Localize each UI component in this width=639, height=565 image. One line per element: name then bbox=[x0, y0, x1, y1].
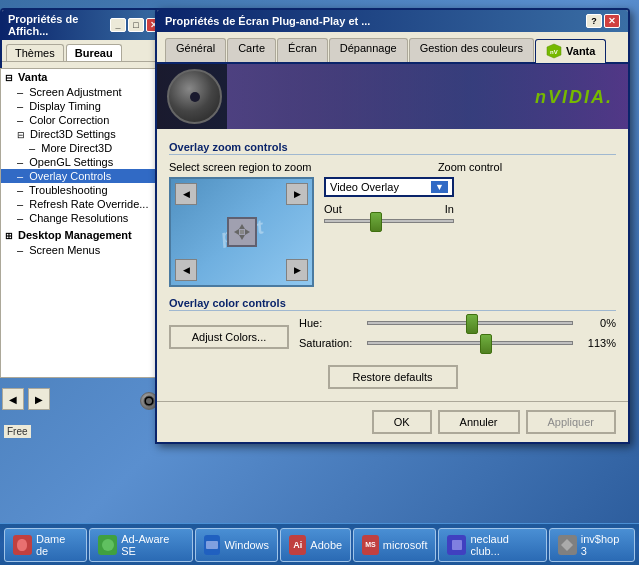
nav-right[interactable]: ▶ bbox=[28, 388, 50, 410]
dialog-close-btn[interactable]: ✕ bbox=[604, 14, 620, 28]
dialog-footer: OK Annuler Appliquer bbox=[157, 401, 628, 442]
dash-icon8: – bbox=[17, 198, 26, 210]
dropdown-arrow[interactable]: ▼ bbox=[431, 181, 448, 193]
tab-depannage[interactable]: Dépannage bbox=[329, 38, 408, 62]
svg-marker-6 bbox=[245, 229, 250, 235]
tree-item-screen-menus[interactable]: – Screen Menus bbox=[1, 243, 164, 257]
taskbar-item-6[interactable]: inv$hop 3 bbox=[549, 528, 635, 562]
saturation-slider-thumb[interactable] bbox=[480, 334, 492, 354]
taskbar-label-4: microsoft bbox=[383, 539, 428, 551]
color-row: Adjust Colors... Hue: 0% bbox=[169, 317, 616, 357]
move-icon bbox=[232, 222, 252, 242]
bg-window-minimize[interactable]: _ bbox=[110, 18, 126, 32]
tree-item-more-direct3d[interactable]: – More Direct3D bbox=[1, 141, 164, 155]
adjust-colors-button[interactable]: Adjust Colors... bbox=[169, 325, 289, 349]
svg-rect-7 bbox=[240, 230, 244, 234]
zoom-right: Zoom control Video Overlay ▼ Out In bbox=[324, 161, 616, 227]
tab-vanta[interactable]: nV Vanta bbox=[535, 39, 606, 63]
tree-item-direct3d[interactable]: ⊟ Direct3D Settings bbox=[1, 127, 164, 141]
dash-icon9: – bbox=[17, 212, 26, 224]
nav-left[interactable]: ◀ bbox=[2, 388, 24, 410]
zoom-slider-thumb[interactable] bbox=[370, 212, 382, 232]
tab-bureau[interactable]: Bureau bbox=[66, 44, 122, 61]
expand-icon-desktop: ⊞ bbox=[5, 231, 13, 241]
taskbar-item-0[interactable]: Dame de bbox=[4, 528, 87, 562]
overlay-zoom-header: Overlay zoom controls bbox=[169, 141, 616, 155]
zoom-slider-track[interactable] bbox=[324, 219, 454, 223]
taskbar-item-4[interactable]: MS microsoft bbox=[353, 528, 436, 562]
zoom-region-box[interactable]: phot ◀ ▶ ◀ ▶ bbox=[169, 177, 314, 287]
taskbar-label-0: Dame de bbox=[36, 533, 78, 557]
cd-hole bbox=[190, 92, 200, 102]
tree-item-vanta[interactable]: ⊟ Vanta bbox=[1, 69, 164, 85]
tab-general[interactable]: Général bbox=[165, 38, 226, 62]
nav-arrows: ◀ ▶ bbox=[2, 388, 50, 410]
zoom-dropdown[interactable]: Video Overlay ▼ bbox=[324, 177, 454, 197]
main-dialog: Propriétés de Écran Plug-and-Play et ...… bbox=[155, 8, 630, 444]
hue-slider[interactable] bbox=[367, 321, 573, 325]
ok-button[interactable]: OK bbox=[372, 410, 432, 434]
dialog-titlebar: Propriétés de Écran Plug-and-Play et ...… bbox=[157, 10, 628, 32]
tree-item-desktop-mgmt[interactable]: ⊞ Desktop Management bbox=[1, 227, 164, 243]
hue-slider-thumb[interactable] bbox=[466, 314, 478, 334]
dash-icon6: – bbox=[17, 170, 26, 182]
taskbar-item-2[interactable]: Windows bbox=[195, 528, 278, 562]
zoom-arrow-bl[interactable]: ◀ bbox=[175, 259, 197, 281]
out-in-labels: Out In bbox=[324, 203, 454, 215]
free-label: Free bbox=[4, 425, 31, 438]
appliquer-button[interactable]: Appliquer bbox=[526, 410, 616, 434]
tree-item-troubleshooting[interactable]: – Troubleshooting bbox=[1, 183, 164, 197]
tab-themes[interactable]: Thèmes bbox=[6, 44, 64, 61]
tree-item-refresh-rate[interactable]: – Refresh Rate Override... bbox=[1, 197, 164, 211]
desktop: Propriétés de Affich... _ □ ✕ Thèmes Bur… bbox=[0, 0, 639, 565]
restore-defaults-button[interactable]: Restore defaults bbox=[328, 365, 458, 389]
saturation-value: 113% bbox=[581, 337, 616, 349]
cd-disc-icon bbox=[167, 69, 222, 124]
bg-window-tabs: Thèmes Bureau bbox=[2, 40, 168, 62]
out-label: Out bbox=[324, 203, 342, 215]
hue-row: Hue: 0% bbox=[299, 317, 616, 329]
zoom-arrow-br[interactable]: ▶ bbox=[286, 259, 308, 281]
svg-marker-5 bbox=[234, 229, 239, 235]
taskbar-icon-1 bbox=[98, 535, 117, 555]
svg-rect-10 bbox=[452, 540, 462, 550]
dash-icon7: – bbox=[17, 184, 26, 196]
saturation-slider[interactable] bbox=[367, 341, 573, 345]
tree-item-screen-adj[interactable]: – Screen Adjustment bbox=[1, 85, 164, 99]
zoom-center-handle[interactable] bbox=[227, 217, 257, 247]
overlay-zoom-section: Overlay zoom controls Select screen regi… bbox=[169, 141, 616, 287]
tree-item-opengl[interactable]: – OpenGL Settings bbox=[1, 155, 164, 169]
tree-item-change-res[interactable]: – Change Resolutions bbox=[1, 211, 164, 225]
taskbar-icon-4: MS bbox=[362, 535, 379, 555]
tab-gestion[interactable]: Gestion des couleurs bbox=[409, 38, 534, 62]
svg-point-8 bbox=[102, 539, 114, 551]
tab-ecran[interactable]: Écran bbox=[277, 38, 328, 62]
dialog-help-btn[interactable]: ? bbox=[586, 14, 602, 28]
taskbar-item-3[interactable]: Ai Adobe bbox=[280, 528, 351, 562]
bg-window-title: Propriétés de Affich... bbox=[8, 13, 110, 37]
svg-marker-3 bbox=[239, 224, 245, 229]
taskbar-label-6: inv$hop 3 bbox=[581, 533, 626, 557]
expand-icon-direct3d: ⊟ bbox=[17, 130, 25, 140]
svg-marker-11 bbox=[561, 539, 573, 551]
tab-carte[interactable]: Carte bbox=[227, 38, 276, 62]
bg-window-maximize[interactable]: □ bbox=[128, 18, 144, 32]
dialog-tabs: Général Carte Écran Dépannage Gestion de… bbox=[157, 32, 628, 64]
nvidia-logo-text: nVIDIA. bbox=[535, 86, 613, 107]
dash-icon10: – bbox=[17, 244, 26, 256]
tree-item-color-correction[interactable]: – Color Correction bbox=[1, 113, 164, 127]
zoom-arrow-tl[interactable]: ◀ bbox=[175, 183, 197, 205]
taskbar-item-5[interactable]: neclaud club... bbox=[438, 528, 546, 562]
zoom-arrow-tr[interactable]: ▶ bbox=[286, 183, 308, 205]
taskbar-item-1[interactable]: Ad-Aware SE bbox=[89, 528, 192, 562]
in-label: In bbox=[445, 203, 454, 215]
tree-item-overlay-controls[interactable]: – Overlay Controls bbox=[1, 169, 164, 183]
saturation-row: Saturation: 113% bbox=[299, 337, 616, 349]
nvidia-shield-icon: nV bbox=[546, 43, 562, 59]
tree-item-display-timing[interactable]: – Display Timing bbox=[1, 99, 164, 113]
dash-icon2: – bbox=[17, 100, 26, 112]
taskbar-label-2: Windows bbox=[224, 539, 269, 551]
zoom-left: Select screen region to zoom phot ◀ ▶ ◀ … bbox=[169, 161, 314, 287]
annuler-button[interactable]: Annuler bbox=[438, 410, 520, 434]
taskbar-icon-6 bbox=[558, 535, 577, 555]
